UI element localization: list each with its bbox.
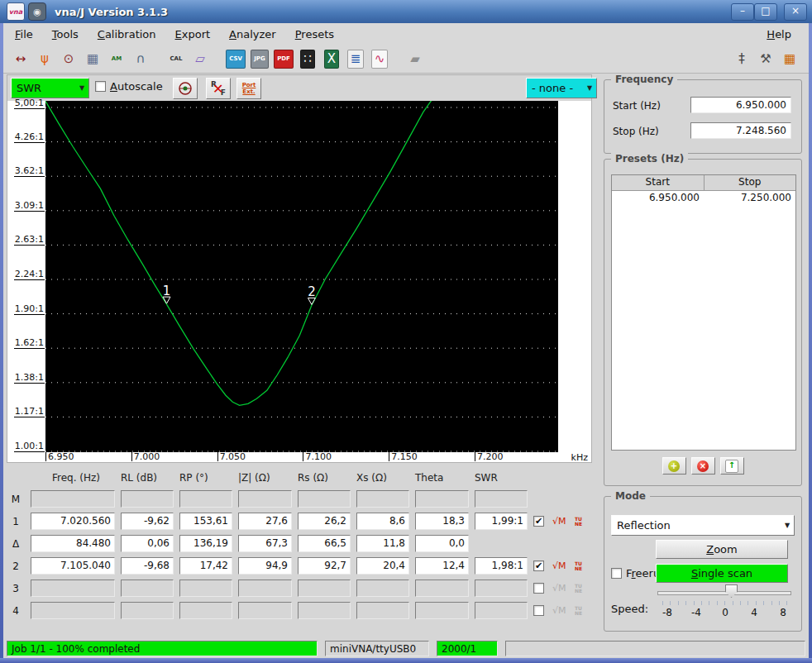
chart-panel: SWR ▼ Autoscale R F ✕ [7,74,592,463]
trace-selector-dropdown[interactable]: SWR ▼ [11,78,89,98]
x-axis-tick-label: 7.050 [220,452,246,461]
building-icon[interactable]: ▦ [82,48,103,69]
y-axis: 5,00:14.26:13.62:13.09:12.63:12.24:11.90… [7,101,45,452]
marker-3-search-icon[interactable]: √M [552,584,569,593]
marker-1-tune-icon[interactable]: TUNE [575,517,585,527]
window-border-right [809,23,812,663]
chart-body: 5,00:14.26:13.62:13.09:12.63:12.24:11.90… [7,101,591,462]
x-axis-tick [475,452,475,461]
marker-4-tune-icon[interactable]: TUNE [575,606,585,616]
marker-2-visible-checkbox[interactable]: ✔ [533,560,544,571]
svg-text:2: 2 [308,284,316,299]
marker-2-tune-icon[interactable]: TUNE [575,561,585,571]
frequency-groupbox: Frequency Start (Hz) 6.950.000 Stop (Hz)… [604,79,802,154]
frequency-title: Frequency [611,74,677,85]
clear-reference-icon: R F ✕ [210,80,227,97]
snapshot-icon[interactable]: ∷ [297,48,318,69]
presets-title: Presets (Hz) [611,153,688,165]
menu-export[interactable]: Export [168,26,218,43]
chart-export-icon[interactable]: ∿ [369,48,390,69]
speed-slider-track[interactable] [657,591,791,595]
swr-plot[interactable]: 12 [45,101,558,452]
calibration-icon[interactable]: CAL [165,48,187,69]
palette-icon[interactable]: ▦ [779,48,800,69]
menu-analyzer[interactable]: Analyzer [222,26,284,43]
extra-status-field [505,641,805,656]
y-axis-tick-label: 2.63:1 [14,235,45,246]
window-border-bottom [0,658,812,663]
preset-add-button[interactable]: + [662,457,686,475]
delta-freq-field[interactable]: 84.480 [31,535,115,552]
menu-calibration[interactable]: Calibration [90,26,164,43]
marker-2-freq-field[interactable]: 7.105.040 [31,557,115,575]
window-title: vna/J Version 3.1.3 [55,6,168,18]
open-folder-icon[interactable]: ▱ [189,48,211,69]
plus-icon: + [668,460,680,472]
checkbox-box[interactable] [611,568,622,579]
frequency-range-icon[interactable]: ↔ [10,48,31,69]
zoom-button[interactable]: Zoom [656,540,788,559]
marker-4-search-icon[interactable]: √M [552,607,569,615]
csv-export-icon[interactable]: CSV [225,48,246,69]
marker-1-freq-field[interactable]: 7.020.560 [31,513,115,530]
smith-chart-button[interactable] [173,78,198,99]
stop-frequency-field[interactable]: 7.248.560 [690,122,791,139]
marker-1-search-icon[interactable]: √M [552,518,569,526]
tools-icon[interactable]: ⚒ [755,48,776,69]
port-extension-button[interactable]: Port Ext. [236,78,261,99]
mode-groupbox: Mode Reflection ▼ Zoom Freerun Single sc… [604,496,802,632]
antenna-icon[interactable]: ψ [34,48,55,69]
marker-3-freq-field[interactable] [31,580,115,597]
marker-4-freq-field[interactable] [31,602,115,619]
start-frequency-field[interactable]: 6.950.000 [690,97,791,113]
preset-row[interactable]: 6.950.000 7.250.000 [612,191,795,205]
menu-file[interactable]: File [7,26,41,43]
clear-reference-button[interactable]: R F ✕ [206,78,231,99]
marker-table: Freq. (Hz) RL (dB) RP (°) |Z| (Ω) Rs (Ω)… [7,471,594,623]
maximize-button[interactable]: □ [754,3,777,21]
speed-tick-label: -8 [662,607,672,618]
chart-marker-2[interactable]: 2 [308,284,316,304]
x-axis-unit-label: kHz [571,452,588,463]
marker-3-tune-icon[interactable]: TUNE [575,584,585,594]
window-border-left [0,23,3,663]
checkbox-box[interactable] [95,81,106,92]
preset-delete-button[interactable]: × [691,457,715,475]
overlay-selector-dropdown[interactable]: - none - ▼ [526,78,597,98]
m-freq-field[interactable] [31,490,115,508]
report-icon[interactable]: ≣ [345,48,366,69]
speed-tick-label: -4 [691,607,701,618]
jpg-export-icon[interactable]: JPG [249,48,270,69]
thermometer-icon[interactable]: ‡ [731,48,752,69]
marker-3-visible-checkbox[interactable] [533,583,544,594]
presets-col-start: Start [612,175,705,190]
speed-tick-label: 4 [751,607,757,618]
excel-export-icon[interactable]: X [321,48,342,69]
menu-help[interactable]: Help [759,26,799,43]
presets-table: Start Stop 6.950.000 7.250.000 [611,174,796,451]
x-axis-tick-label: 6.950 [48,452,74,461]
speed-slider-thumb[interactable] [725,584,738,598]
menu-presets[interactable]: Presets [288,26,342,43]
marker-2-search-icon[interactable]: √M [552,562,569,570]
svg-text:1: 1 [163,284,171,298]
marker-4-visible-checkbox[interactable] [533,605,544,616]
menu-tools[interactable]: Tools [45,26,86,43]
close-button[interactable]: × [784,3,807,21]
stop-frequency-label: Stop (Hz) [613,126,659,137]
marker-row-1: 1 7.020.560 -9,62 153,61 27,6 26,2 8,6 1… [7,512,594,531]
magnet-icon[interactable]: ∩ [130,48,151,69]
mode-selector-dropdown[interactable]: Reflection ▼ [611,515,795,536]
pdf-export-icon[interactable]: PDF [273,48,294,69]
minimize-button[interactable]: – [731,3,754,21]
marker-letters-icon[interactable]: AM [106,48,127,69]
preset-up-button[interactable]: ↑ [720,457,744,475]
y-axis-tick-label: 1.00:1 [14,441,45,452]
marker-1-visible-checkbox[interactable]: ✔ [533,516,544,527]
eraser-icon[interactable]: ▰ [404,48,426,69]
clock-icon[interactable]: ⊙ [58,48,79,69]
smith-chart-icon [178,81,193,96]
presets-groupbox: Presets (Hz) Start Stop 6.950.000 7.250.… [604,159,802,486]
single-scan-button[interactable]: Single scan [656,564,788,583]
autoscale-checkbox[interactable]: Autoscale [95,80,163,93]
